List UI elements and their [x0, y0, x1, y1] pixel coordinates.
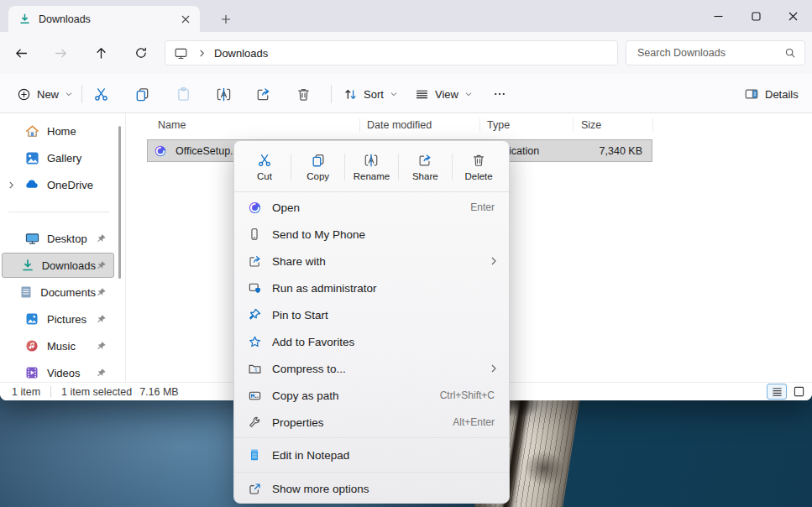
sidebar-item-downloads[interactable]: Downloads	[2, 253, 114, 278]
share-label: Share	[412, 171, 438, 181]
maximize-button[interactable]	[736, 0, 775, 32]
close-button[interactable]	[774, 0, 812, 32]
rename-button[interactable]	[209, 81, 238, 107]
copy-button[interactable]	[128, 81, 156, 107]
pin-icon	[96, 314, 107, 325]
sort-button[interactable]: Sort	[338, 81, 404, 107]
pin-icon	[96, 287, 107, 298]
pictures-icon	[24, 312, 39, 326]
delete-button[interactable]	[289, 81, 317, 107]
gallery-icon	[24, 151, 39, 165]
ellipsis-icon	[493, 87, 506, 101]
paste-button[interactable]	[169, 81, 197, 107]
share-icon	[417, 153, 432, 168]
column-header-date-modified[interactable]: Date modified	[367, 113, 432, 137]
desktop-icon	[24, 232, 39, 246]
tab-close-icon[interactable]	[176, 10, 195, 29]
expand-chevron-icon[interactable]	[3, 181, 19, 189]
column-separator[interactable]	[479, 118, 480, 132]
menu-item-show-more-options[interactable]: Show more options	[238, 474, 505, 503]
forward-icon[interactable]	[49, 41, 72, 65]
menu-item-share-with[interactable]: Share with	[238, 248, 505, 274]
search-input[interactable]	[637, 47, 784, 59]
menu-item-properties[interactable]: Properties Alt+Enter	[238, 409, 505, 436]
breadcrumb-location[interactable]: Downloads	[214, 47, 268, 60]
menu-item-send-to-my-phone[interactable]: Send to My Phone	[238, 221, 505, 248]
column-header-type[interactable]: Type	[487, 113, 510, 137]
pin-icon	[96, 341, 107, 352]
sort-icon	[343, 87, 358, 102]
sidebar-scrollbar[interactable]	[118, 126, 121, 279]
cut-label: Cut	[257, 171, 272, 181]
menu-item-edit-in-notepad[interactable]: Edit in Notepad	[238, 440, 505, 470]
column-header-name[interactable]: Name	[158, 113, 186, 137]
file-size: 7,340 KB	[600, 145, 642, 157]
menu-item-run-as-administrator[interactable]: Run as administrator	[238, 274, 505, 301]
toolbar-separator	[81, 85, 82, 103]
command-bar: New Sort View	[0, 74, 812, 113]
new-button[interactable]: New	[10, 81, 80, 107]
details-button[interactable]: Details	[737, 81, 805, 107]
sidebar-item-pictures[interactable]: Pictures	[2, 306, 114, 332]
sidebar: Home Gallery OneDrive	[0, 113, 126, 382]
details-pane-icon	[744, 86, 759, 102]
chevron-down-icon	[464, 90, 473, 98]
sidebar-item-documents[interactable]: Documents	[2, 280, 114, 305]
menu-item-open[interactable]: Open Enter	[238, 194, 505, 221]
minimize-button[interactable]	[699, 0, 737, 32]
menu-separator	[234, 437, 509, 438]
search-box[interactable]	[626, 40, 805, 65]
breadcrumb-chevron-icon	[198, 50, 206, 57]
view-button[interactable]: View	[409, 81, 479, 107]
share-button[interactable]: Share	[398, 147, 452, 187]
office-icon	[246, 201, 263, 215]
pin-icon	[96, 260, 107, 271]
new-tab-icon[interactable]	[217, 10, 235, 29]
refresh-icon[interactable]	[129, 41, 153, 65]
item-count: 1 item	[12, 386, 40, 398]
up-icon[interactable]	[89, 41, 113, 65]
menu-item-compress-to[interactable]: Compress to...	[238, 355, 505, 382]
sidebar-separator	[8, 212, 109, 212]
share-button[interactable]	[249, 81, 277, 107]
copy-icon	[134, 86, 150, 102]
cut-button[interactable]: Cut	[238, 147, 291, 187]
share-icon	[246, 254, 263, 269]
sidebar-item-desktop[interactable]: Desktop	[2, 226, 114, 251]
delete-button[interactable]: Delete	[452, 147, 506, 187]
menu-item-copy-as-path[interactable]: Copy as path Ctrl+Shift+C	[238, 382, 505, 409]
explorer-tab-downloads[interactable]: Downloads	[8, 6, 200, 32]
titlebar: Downloads	[0, 0, 812, 32]
copy-button[interactable]: Copy	[291, 147, 345, 187]
thumbnail-view-toggle[interactable]	[788, 384, 809, 400]
back-icon[interactable]	[9, 41, 33, 65]
column-separator[interactable]	[359, 118, 360, 132]
onedrive-icon	[24, 177, 39, 192]
menu-item-pin-to-start[interactable]: Pin to Start	[238, 301, 505, 328]
sidebar-item-onedrive[interactable]: OneDrive	[2, 172, 114, 197]
documents-icon	[19, 285, 33, 299]
details-button-label: Details	[765, 88, 799, 101]
selection-summary: 1 item selected	[61, 386, 132, 398]
cut-button[interactable]	[86, 81, 115, 107]
cut-icon	[93, 86, 109, 102]
details-view-toggle[interactable]	[767, 384, 787, 400]
column-separator[interactable]	[652, 118, 653, 132]
copy-label: Copy	[306, 171, 329, 181]
rename-button[interactable]: Rename	[345, 147, 399, 187]
menu-item-add-to-favorites[interactable]: Add to Favorites	[238, 328, 505, 355]
sidebar-item-gallery[interactable]: Gallery	[2, 145, 114, 170]
sidebar-item-home[interactable]: Home	[2, 118, 114, 144]
admin-shield-icon	[246, 281, 263, 295]
tab-title: Downloads	[39, 13, 176, 25]
address-bar[interactable]: Downloads	[165, 40, 618, 65]
see-more-button[interactable]	[485, 81, 514, 107]
copy-path-icon	[246, 389, 263, 403]
submenu-chevron-icon	[490, 257, 498, 265]
column-header-size[interactable]: Size	[581, 113, 601, 137]
sort-button-label: Sort	[364, 88, 384, 101]
column-separator[interactable]	[573, 118, 574, 132]
music-icon	[24, 339, 39, 353]
sidebar-item-music[interactable]: Music	[2, 333, 114, 358]
zip-folder-icon	[246, 362, 263, 376]
